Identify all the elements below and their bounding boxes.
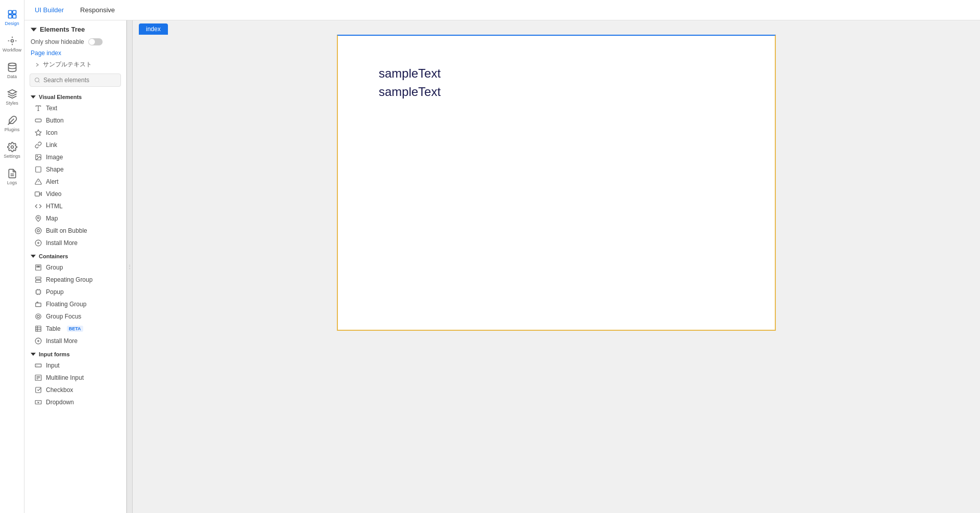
element-popup[interactable]: Popup [24, 286, 126, 298]
table-beta-badge: BETA [67, 326, 83, 332]
main-content: UI Builder Responsive Elements Tree Only… [24, 0, 980, 513]
canvas-area: index sampleText sampleText [133, 20, 980, 513]
svg-rect-35 [36, 277, 41, 279]
map-icon [35, 215, 42, 222]
input-forms-header[interactable]: Input forms [24, 347, 126, 359]
element-floating-group[interactable]: Floating Group [24, 298, 126, 310]
element-group[interactable]: Group [24, 261, 126, 274]
svg-rect-0 [8, 10, 12, 14]
sample-text-2: sampleText [379, 85, 734, 99]
page-node-sample[interactable]: サンプルテキスト [24, 59, 126, 70]
sidebar-resize-handle[interactable]: ⋮ [127, 20, 133, 513]
nav-data[interactable]: Data [0, 57, 24, 84]
page-node-label: サンプルテキスト [43, 60, 92, 69]
element-map[interactable]: Map [24, 212, 126, 225]
icon-icon [35, 129, 42, 136]
svg-point-25 [37, 217, 39, 219]
canvas-tab-bar: index [133, 20, 980, 35]
element-multiline-input[interactable]: Multiline Input [24, 372, 126, 384]
dropdown-icon [35, 399, 42, 406]
svg-rect-41 [36, 326, 41, 332]
sidebar: Elements Tree Only show hideable Page in… [24, 20, 127, 513]
canvas-tab-index[interactable]: index [139, 23, 168, 35]
page-index-link[interactable]: Page index [24, 47, 126, 59]
table-icon [35, 325, 42, 332]
group-icon [35, 264, 42, 271]
left-nav: Design Workflow Data Styles Plugins [0, 0, 24, 513]
svg-point-11 [35, 78, 39, 82]
element-text[interactable]: Text [24, 102, 126, 114]
tab-ui-builder[interactable]: UI Builder [31, 4, 68, 16]
svg-line-12 [38, 81, 39, 82]
nav-settings[interactable]: Settings [0, 137, 24, 163]
search-input[interactable] [43, 77, 116, 84]
video-icon [35, 190, 42, 198]
popup-icon [35, 288, 42, 296]
button-icon [35, 117, 42, 124]
svg-rect-16 [35, 119, 41, 122]
only-show-hideable-label: Only show hideable [31, 38, 84, 45]
element-repeating-group[interactable]: Repeating Group [24, 274, 126, 286]
nav-styles[interactable]: Styles [0, 84, 24, 110]
install-more-ve-icon [35, 239, 42, 247]
element-install-more-ve[interactable]: Install More [24, 237, 126, 249]
svg-rect-36 [36, 280, 41, 282]
containers-label: Containers [39, 253, 68, 259]
image-icon [35, 154, 42, 161]
element-input[interactable]: Input [24, 359, 126, 372]
element-video[interactable]: Video [24, 188, 126, 200]
canvas-frame[interactable]: sampleText sampleText [337, 35, 776, 331]
svg-marker-31 [31, 255, 36, 258]
input-icon [35, 362, 42, 369]
element-table[interactable]: Table BETA [24, 323, 126, 335]
top-bar: UI Builder Responsive [24, 0, 980, 20]
only-show-hideable-row: Only show hideable [24, 36, 126, 47]
svg-point-40 [37, 315, 40, 318]
element-button[interactable]: Button [24, 114, 126, 127]
svg-rect-1 [12, 10, 16, 14]
svg-rect-38 [36, 303, 41, 307]
svg-marker-48 [31, 353, 36, 356]
containers-chevron [31, 254, 36, 259]
link-icon [35, 141, 42, 149]
alert-icon [35, 178, 42, 185]
nav-plugins[interactable]: Plugins [0, 110, 24, 137]
elements-tree-label: Elements Tree [40, 26, 85, 33]
element-dropdown[interactable]: Dropdown [24, 396, 126, 408]
element-alert[interactable]: Alert [24, 176, 126, 188]
nav-design[interactable]: Design [0, 4, 24, 31]
content-area: Elements Tree Only show hideable Page in… [24, 20, 980, 513]
svg-point-26 [35, 228, 41, 234]
only-show-hideable-toggle[interactable] [88, 38, 103, 45]
element-image[interactable]: Image [24, 151, 126, 163]
element-icon[interactable]: Icon [24, 127, 126, 139]
visual-elements-label: Visual Elements [39, 94, 82, 100]
element-install-more-containers[interactable]: Install More [24, 335, 126, 347]
visual-elements-chevron [31, 94, 36, 100]
nav-workflow[interactable]: Workflow [0, 31, 24, 57]
html-icon [35, 203, 42, 210]
svg-point-5 [8, 63, 16, 65]
element-built-on-bubble[interactable]: Built on Bubble [24, 225, 126, 237]
containers-header[interactable]: Containers [24, 249, 126, 261]
svg-marker-13 [31, 95, 36, 99]
svg-rect-2 [8, 14, 12, 18]
sample-text-1: sampleText [379, 66, 734, 81]
element-group-focus[interactable]: Group Focus [24, 310, 126, 323]
svg-point-19 [37, 156, 38, 157]
canvas-wrapper: sampleText sampleText [133, 35, 980, 513]
nav-logs[interactable]: Logs [0, 163, 24, 190]
svg-rect-3 [12, 14, 16, 18]
search-icon [34, 77, 40, 83]
svg-rect-24 [35, 192, 40, 196]
element-shape[interactable]: Shape [24, 163, 126, 176]
svg-marker-10 [31, 28, 37, 31]
install-more-containers-icon [35, 337, 42, 345]
element-html[interactable]: HTML [24, 200, 126, 212]
element-link[interactable]: Link [24, 139, 126, 151]
element-checkbox[interactable]: Checkbox [24, 384, 126, 396]
visual-elements-header[interactable]: Visual Elements [24, 90, 126, 102]
tab-responsive[interactable]: Responsive [76, 4, 119, 16]
repeating-group-icon [35, 276, 42, 283]
shape-icon [35, 166, 42, 173]
